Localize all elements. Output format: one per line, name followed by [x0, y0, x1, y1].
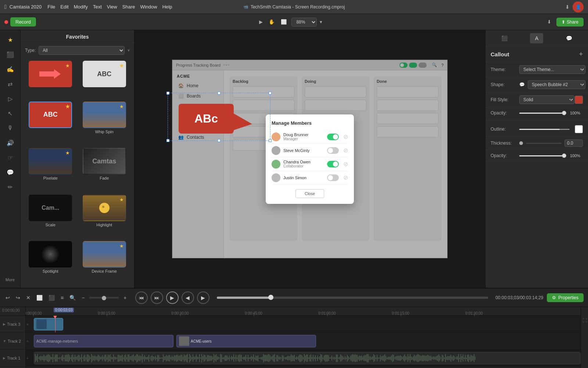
track-button[interactable]: ≡	[60, 294, 65, 302]
share-button[interactable]: ⬆ Share	[556, 18, 584, 26]
fav-label-pixelate: Pixelate	[43, 176, 58, 180]
timeline-zoom-slider[interactable]	[89, 297, 119, 298]
crop-tool[interactable]: ⬜	[279, 18, 288, 26]
fav-item-scale[interactable]: Cam... Scale	[25, 195, 76, 238]
fill-color-swatch[interactable]	[575, 96, 583, 104]
next-frame-button[interactable]: ▶	[197, 291, 209, 304]
add-track-2[interactable]: +	[26, 339, 29, 343]
audio-waveform-track1[interactable]: // Generate waveform bars in JS	[34, 352, 581, 364]
fav-label-whip-spin: Whip Spin	[95, 130, 114, 134]
sidebar-item-interactivity[interactable]: ☞	[3, 151, 18, 164]
type-select[interactable]: All Transitions Animations Callouts	[39, 46, 125, 55]
step-back-button[interactable]: ⏭	[151, 291, 163, 304]
waveform-bar	[344, 357, 344, 359]
rp-tab-layout[interactable]: ⬛	[498, 33, 511, 43]
handle-bl[interactable]	[166, 139, 169, 142]
fav-item-0[interactable]: ★	[25, 61, 76, 99]
prev-frame-button[interactable]: ◀	[182, 291, 194, 304]
menu-item-share[interactable]: Share	[122, 4, 135, 10]
opacity2-slider[interactable]	[519, 155, 565, 156]
fav-item-whip-spin[interactable]: ★ Whip Spin	[79, 102, 130, 145]
waveform-bar	[367, 354, 368, 362]
rp-fill-select[interactable]: Solid Gradient None	[519, 95, 574, 104]
sidebar-item-favorites[interactable]: ★	[3, 33, 18, 46]
ungroup-button[interactable]: ⬛	[47, 294, 56, 302]
menu-item-edit[interactable]: Edit	[60, 4, 68, 10]
menu-item-view[interactable]: View	[107, 4, 117, 10]
rp-tab-text[interactable]: A	[530, 33, 543, 43]
sidebar-item-captions[interactable]: 💬	[3, 166, 18, 179]
menu-item-file[interactable]: File	[47, 4, 55, 10]
waveform-bar	[383, 355, 384, 361]
properties-button[interactable]: ⚙ Properties	[547, 293, 584, 302]
cursor-tool[interactable]: ▶	[258, 18, 264, 26]
track-expand-1[interactable]: ▶	[3, 356, 6, 360]
rp-shape-select[interactable]: Speech Bubble #2 Rectangle Oval	[528, 80, 585, 89]
handle-tl[interactable]	[166, 92, 169, 95]
clip-track2-2[interactable]: ACME-users	[176, 335, 316, 347]
menu-item-text[interactable]: Text	[93, 4, 102, 10]
member-toggle-0[interactable]	[327, 134, 339, 140]
thickness-slider-thumb[interactable]	[519, 141, 523, 145]
sidebar-item-voice-narration[interactable]: 🎙	[3, 121, 18, 135]
zoom-in-tl[interactable]: 🔍	[68, 294, 77, 302]
play-button[interactable]: ▶	[166, 291, 179, 304]
zoom-selector[interactable]: 88% 100% 75%	[291, 18, 317, 26]
record-button[interactable]: Record	[10, 17, 36, 26]
waveform-bar	[429, 355, 429, 361]
member-toggle-2[interactable]	[327, 161, 339, 167]
sidebar-item-pen[interactable]: ✏	[3, 180, 18, 194]
outline-slider[interactable]	[519, 129, 570, 130]
thickness-slider[interactable]	[526, 143, 562, 144]
rp-add-button[interactable]: +	[579, 50, 583, 58]
fav-item-fade[interactable]: Camtas Fade	[79, 148, 130, 192]
zoom-add-tl[interactable]: +	[122, 294, 128, 302]
outline-color-swatch[interactable]	[575, 125, 583, 133]
expand-button[interactable]: ⛶	[582, 318, 587, 323]
sidebar-item-audio-effects[interactable]: 🔊	[3, 136, 18, 149]
more-label[interactable]: More	[6, 277, 15, 285]
track-expand-3[interactable]: ▶	[3, 322, 6, 326]
undo-button[interactable]: ↩	[4, 294, 11, 302]
menu-item-window[interactable]: Window	[140, 4, 157, 10]
clip-track2-1[interactable]: ACME-manage-mebmers	[34, 335, 173, 347]
add-track-1[interactable]: +	[26, 356, 29, 360]
menu-item-modify[interactable]: Modify	[74, 4, 88, 10]
fav-item-highlight[interactable]: ★ Highlight	[79, 195, 130, 238]
zoom-out-tl[interactable]: −	[80, 294, 86, 302]
rp-theme-select[interactable]: Select Theme...	[519, 65, 585, 74]
opacity-slider[interactable]	[519, 113, 565, 114]
rewind-button[interactable]: ⏮	[135, 291, 148, 304]
rp-tab-callout[interactable]: 💬	[562, 33, 576, 43]
sidebar-item-animations[interactable]: ▷	[3, 92, 18, 105]
fav-item-spotlight[interactable]: Spotlight	[25, 241, 76, 285]
redo-button[interactable]: ↪	[15, 294, 21, 302]
progress-bar[interactable]	[217, 297, 488, 299]
callout-annotation[interactable]: ABc	[179, 104, 234, 134]
move-tool[interactable]: ✋	[267, 18, 276, 26]
modal-close-button[interactable]: Close	[295, 189, 324, 198]
download-icon[interactable]: ⬇	[546, 18, 553, 26]
fav-item-2[interactable]: ★ ABC	[25, 102, 76, 145]
thickness-input[interactable]: 0.0	[564, 139, 583, 147]
member-toggle-1[interactable]	[327, 147, 339, 154]
clip-track3-1[interactable]	[34, 318, 63, 330]
track-expand-2[interactable]: ▼	[3, 339, 6, 343]
waveform-bar	[146, 357, 147, 360]
add-track-3[interactable]: +	[26, 322, 29, 326]
group-button[interactable]: ⬜	[35, 294, 44, 302]
menu-item-help[interactable]: Help	[162, 4, 172, 10]
sidebar-item-annotations[interactable]: ✍	[3, 63, 18, 76]
delete-button[interactable]: ✕	[25, 294, 32, 302]
fav-item-1[interactable]: ★ ABC	[79, 61, 130, 99]
waveform-bar	[241, 355, 242, 361]
sidebar-item-media[interactable]: ⬛	[3, 48, 18, 61]
fav-item-pixelate[interactable]: ★ Pixelate	[25, 148, 76, 192]
fav-item-device-frame[interactable]: ★ Device Frame	[79, 241, 130, 285]
sidebar-item-transitions[interactable]: ⇄	[3, 77, 18, 91]
member-toggle-3[interactable]	[327, 174, 339, 181]
waveform-bar	[165, 356, 166, 360]
sidebar-item-cursor-effects[interactable]: ↖	[3, 107, 18, 120]
canvas-area[interactable]: Progress Tracking Board • • • 🔍 ?	[135, 30, 485, 288]
zoom-dropdown[interactable]: ▾	[318, 18, 324, 26]
